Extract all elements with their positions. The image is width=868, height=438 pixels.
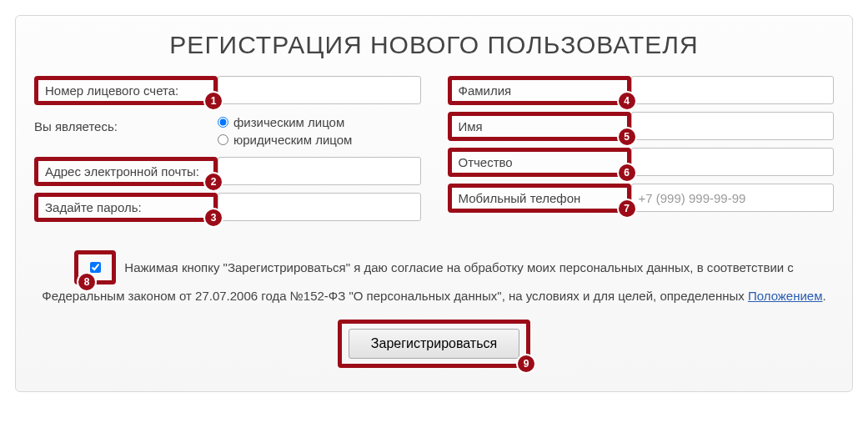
badge-6: 6 [619,164,635,181]
you-are-label: Вы являетесь: [34,112,218,140]
account-number-label-text: Номер лицевого счета: [45,83,178,98]
password-label: Задайте пароль: 3 [34,193,218,222]
consent-text: Нажимая кнопку "Зарегистрироваться" я да… [42,260,825,303]
badge-4: 4 [619,93,635,109]
phone-label-text: Мобильный телефон [459,191,581,205]
lastname-label-text: Фамилия [459,83,512,98]
submit-button[interactable]: Зарегистрироваться [349,329,519,359]
phone-input[interactable] [631,184,835,212]
consent-post: . [823,289,826,303]
lastname-input[interactable] [631,76,835,104]
page-title: РЕГИСТРАЦИЯ НОВОГО ПОЛЬЗОВАТЕЛЯ [34,31,834,59]
email-label: Адрес электронной почты: 2 [34,157,218,186]
badge-1: 1 [205,93,222,109]
firstname-label: Имя 5 [448,112,631,141]
email-input[interactable] [218,157,421,185]
consent-area: 8 Нажимая кнопку "Зарегистрироваться" я … [34,252,834,306]
middlename-label-text: Отчество [459,155,513,169]
account-number-label: Номер лицевого счета: 1 [34,76,218,105]
middlename-input[interactable] [631,148,835,176]
radio-legal-label: юридическим лицом [233,133,352,147]
badge-5: 5 [619,128,635,145]
radio-individual[interactable] [218,117,228,128]
badge-7: 7 [619,200,635,217]
badge-3: 3 [205,209,222,226]
phone-label: Мобильный телефон 7 [448,184,631,213]
consent-pre: Нажимая кнопку "Зарегистрироваться" я да… [42,260,794,303]
radio-legal[interactable] [218,134,228,145]
password-input[interactable] [218,193,421,221]
account-number-input[interactable] [218,76,421,104]
firstname-label-text: Имя [459,119,483,133]
right-column: Фамилия 4 Имя 5 [448,76,835,229]
radio-individual-label: физическим лицом [233,115,344,129]
badge-2: 2 [205,174,222,190]
registration-panel: РЕГИСТРАЦИЯ НОВОГО ПОЛЬЗОВАТЕЛЯ Номер ли… [15,15,853,392]
firstname-input[interactable] [631,112,835,140]
password-label-text: Задайте пароль: [45,200,142,214]
badge-9: 9 [518,355,534,372]
badge-8: 8 [78,274,95,290]
consent-checkbox[interactable] [90,262,101,273]
submit-highlight: Зарегистрироваться 9 [338,320,530,368]
middlename-label: Отчество 6 [448,148,631,177]
consent-checkbox-highlight: 8 [74,250,116,284]
email-label-text: Адрес электронной почты: [45,164,199,179]
consent-link[interactable]: Положением [748,289,823,303]
you-are-label-text: Вы являетесь: [34,119,118,133]
left-column: Номер лицевого счета: 1 Вы являетесь: [34,76,421,229]
lastname-label: Фамилия 4 [448,76,631,105]
